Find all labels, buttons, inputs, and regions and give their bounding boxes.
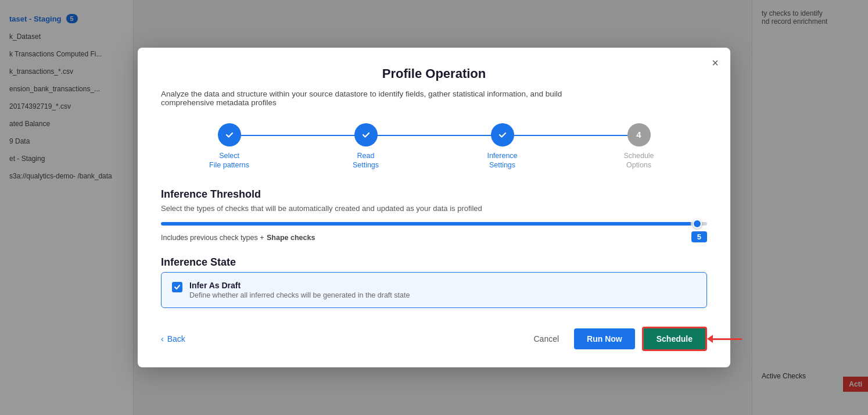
inference-threshold-desc: Select the types of checks that will be … [161,204,707,213]
arrow-indicator [707,335,742,343]
infer-as-draft-label: Infer As Draft [189,281,410,290]
infer-as-draft-checkbox[interactable] [172,282,182,292]
slider-thumb [693,219,702,228]
slider-value-badge: 5 [691,231,707,242]
modal-footer: ‹ Back Cancel Run Now Schedule [161,327,707,351]
inference-state-section: Inference State Infer As Draft Define wh… [161,256,707,308]
arrow-head-icon [707,335,713,343]
step-3-label: InferenceSettings [487,151,517,170]
cancel-button[interactable]: Cancel [526,330,568,348]
schedule-button[interactable]: Schedule [642,327,707,351]
infer-as-draft-desc: Define whether all inferred checks will … [189,291,410,299]
step-4-circle: 4 [627,123,651,146]
inference-state-title: Inference State [161,256,707,269]
slider-check-info: Includes previous check types + Shape ch… [161,232,315,242]
step-2-label: ReadSettings [353,151,379,170]
inference-threshold-section: Inference Threshold Select the types of … [161,188,707,242]
back-button[interactable]: ‹ Back [161,334,185,344]
modal-backdrop: × Profile Operation Analyze the data and… [0,0,868,415]
modal-close-button[interactable]: × [712,57,719,69]
slider-track [161,222,707,226]
infer-as-draft-card[interactable]: Infer As Draft Define whether all inferr… [161,272,707,308]
step-1: SelectFile patterns [161,123,297,170]
slider-includes-text: Includes previous check types + [161,234,264,242]
footer-right: Cancel Run Now Schedule [526,327,708,351]
modal-description: Analyze the data and structure within yo… [161,90,568,107]
slider-labels: Includes previous check types + Shape ch… [161,231,707,242]
run-now-button[interactable]: Run Now [574,328,635,349]
step-3-circle [491,123,514,146]
profile-operation-modal: × Profile Operation Analyze the data and… [138,48,730,368]
back-label: Back [167,334,185,344]
step-2: ReadSettings [297,123,434,170]
step-4-label: ScheduleOptions [623,151,654,170]
inference-threshold-title: Inference Threshold [161,188,707,201]
schedule-wrapper: Schedule [642,327,707,351]
arrow-line [713,338,742,340]
step-1-label: SelectFile patterns [209,151,249,170]
slider-container[interactable]: Includes previous check types + Shape ch… [161,222,707,242]
step-4: 4 ScheduleOptions [571,123,707,170]
modal-title: Profile Operation [161,66,707,81]
step-3: InferenceSettings [434,123,571,170]
step-2-circle [354,123,378,146]
infer-as-draft-text: Infer As Draft Define whether all inferr… [189,281,410,299]
back-chevron-icon: ‹ [161,334,164,344]
step-1-circle [218,123,241,146]
stepper: SelectFile patterns ReadSettings Inferen… [161,123,707,170]
slider-check-type: Shape checks [267,234,315,242]
